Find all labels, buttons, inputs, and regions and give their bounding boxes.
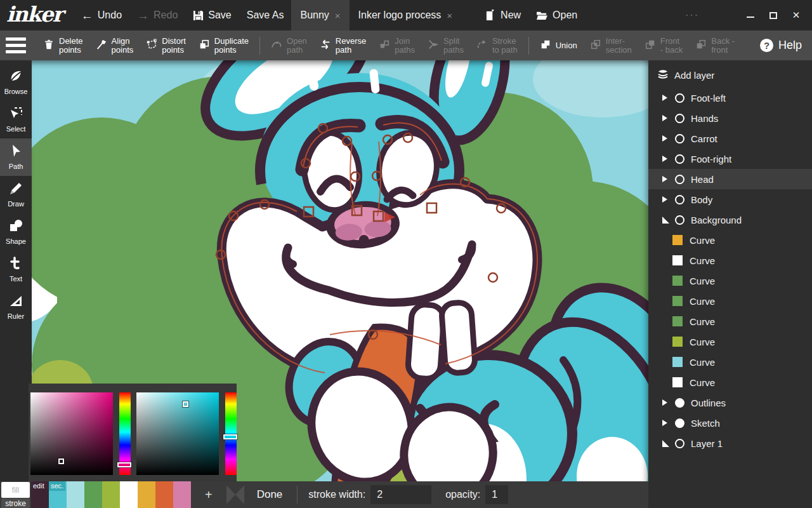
- curve-color-swatch[interactable]: [672, 377, 683, 387]
- fill-hue-slider[interactable]: [119, 392, 131, 475]
- layer-row-foot-left[interactable]: Foot-left: [648, 88, 812, 108]
- fill-stroke-widget[interactable]: fill stroke: [0, 481, 31, 508]
- curve-color-swatch[interactable]: [672, 296, 683, 306]
- curve-row[interactable]: Curve: [648, 311, 812, 331]
- layer-row-foot-right[interactable]: Foot-right: [648, 149, 812, 169]
- close-tab-icon[interactable]: ×: [335, 10, 341, 21]
- tool-path[interactable]: Path: [0, 138, 32, 176]
- sv-cursor[interactable]: [58, 458, 64, 464]
- expander-collapsed-icon[interactable]: [662, 420, 671, 426]
- stroke-chip[interactable]: stroke: [1, 498, 30, 508]
- expander-collapsed-icon[interactable]: [662, 135, 671, 142]
- tool-select[interactable]: Select: [0, 101, 32, 138]
- split-paths-button[interactable]: Splitpaths: [421, 30, 470, 60]
- save-as-button[interactable]: Save As: [239, 0, 292, 30]
- layer-row-carrot[interactable]: Carrot: [648, 128, 812, 149]
- palette-swatch[interactable]: sec.: [49, 481, 67, 508]
- fill-saturation-value-area[interactable]: [30, 392, 113, 475]
- undo-button[interactable]: ← Undo: [74, 0, 129, 30]
- layer-marker-icon[interactable]: [675, 215, 684, 225]
- expander-expanded-icon[interactable]: [662, 217, 671, 224]
- layer-marker-icon[interactable]: [675, 195, 684, 204]
- open-button[interactable]: Open: [528, 0, 585, 30]
- help-button[interactable]: ? Help: [750, 39, 812, 52]
- palette-swatch[interactable]: [120, 481, 138, 508]
- maximize-button[interactable]: [766, 8, 780, 22]
- expander-collapsed-icon[interactable]: [662, 176, 671, 182]
- close-tab-icon[interactable]: ×: [447, 10, 452, 21]
- layer-row-sketch[interactable]: Sketch: [648, 413, 812, 433]
- redo-button[interactable]: → Redo: [129, 0, 185, 30]
- save-button[interactable]: Save: [185, 0, 239, 30]
- layer-row-outlines[interactable]: Outlines: [648, 392, 812, 413]
- new-button[interactable]: New: [478, 0, 528, 30]
- duplicate-points-button[interactable]: Duplicatepoints: [192, 30, 255, 60]
- stroke-saturation-value-area[interactable]: [136, 392, 219, 475]
- curve-color-swatch[interactable]: [672, 276, 683, 286]
- layer-marker-icon[interactable]: [675, 398, 684, 408]
- back-front-button[interactable]: Back -front: [689, 30, 741, 60]
- tool-ruler[interactable]: Ruler: [0, 288, 32, 326]
- layer-row-layer-1[interactable]: Layer 1: [648, 433, 812, 453]
- curve-row[interactable]: Curve: [648, 250, 812, 271]
- curve-color-swatch[interactable]: [672, 316, 683, 326]
- tool-text[interactable]: Text: [0, 251, 32, 288]
- palette-swatch[interactable]: [67, 481, 84, 508]
- curve-row[interactable]: Curve: [648, 271, 812, 291]
- layer-marker-icon[interactable]: [675, 154, 684, 164]
- curve-color-swatch[interactable]: [672, 337, 683, 347]
- tool-draw[interactable]: Draw: [0, 176, 32, 213]
- layer-marker-icon[interactable]: [675, 418, 684, 428]
- intersection-button[interactable]: Inter-section: [584, 30, 638, 60]
- stroke-width-input[interactable]: 2: [370, 485, 431, 504]
- front-back-button[interactable]: Front- back: [638, 30, 689, 60]
- reverse-path-button[interactable]: Reversepath: [313, 30, 372, 60]
- layer-marker-icon[interactable]: [675, 93, 684, 103]
- tool-browse[interactable]: Browse: [0, 64, 32, 101]
- edit-tab[interactable]: edit: [33, 482, 44, 490]
- hue-cursor[interactable]: [117, 462, 131, 467]
- sec-tab[interactable]: sec.: [49, 481, 65, 491]
- minimize-button[interactable]: [743, 8, 757, 22]
- layer-row-body[interactable]: Body: [648, 189, 812, 210]
- hue-cursor[interactable]: [223, 434, 237, 439]
- curve-row[interactable]: Curve: [648, 352, 812, 372]
- layer-marker-icon[interactable]: [675, 175, 684, 184]
- curve-color-swatch[interactable]: [672, 357, 683, 367]
- expander-collapsed-icon[interactable]: [662, 399, 671, 406]
- tool-shape[interactable]: Shape: [0, 213, 32, 251]
- distort-points-button[interactable]: Distortpoints: [140, 30, 192, 60]
- palette-swatch[interactable]: [173, 481, 191, 508]
- layer-row-head[interactable]: Head: [648, 169, 812, 189]
- tab-inker-logo-process[interactable]: Inker logo process ×: [350, 0, 462, 30]
- close-window-button[interactable]: ✕: [789, 8, 803, 22]
- fill-chip[interactable]: fill: [1, 482, 30, 498]
- palette-swatch[interactable]: [138, 481, 155, 508]
- stroke-hue-slider[interactable]: [225, 392, 237, 475]
- stroke-to-path-button[interactable]: Stroketo path: [470, 30, 524, 60]
- open-path-button[interactable]: Openpath: [265, 30, 313, 60]
- expander-collapsed-icon[interactable]: [662, 156, 671, 162]
- align-points-button[interactable]: Alignpoints: [89, 30, 140, 60]
- expander-expanded-icon[interactable]: [662, 440, 671, 447]
- curve-color-swatch[interactable]: [672, 235, 683, 245]
- overflow-menu-icon[interactable]: ···: [685, 10, 699, 21]
- palette-swatch[interactable]: [155, 481, 173, 508]
- add-layer-button[interactable]: Add layer: [648, 60, 812, 88]
- curve-row[interactable]: Curve: [648, 331, 812, 352]
- layer-row-background[interactable]: Background: [648, 210, 812, 230]
- layer-marker-icon[interactable]: [675, 114, 684, 123]
- palette-swatch[interactable]: [84, 481, 102, 508]
- curve-row[interactable]: Curve: [648, 372, 812, 392]
- expander-collapsed-icon[interactable]: [662, 115, 671, 121]
- bowtie-icon[interactable]: [226, 485, 244, 504]
- done-button[interactable]: Done: [253, 488, 287, 502]
- add-swatch-button[interactable]: +: [201, 487, 216, 503]
- layer-marker-icon[interactable]: [675, 439, 684, 448]
- menu-hamburger-button[interactable]: [0, 30, 32, 60]
- expander-collapsed-icon[interactable]: [662, 196, 671, 203]
- delete-points-button[interactable]: Deletepoints: [37, 30, 89, 60]
- palette-swatch[interactable]: [102, 481, 120, 508]
- curve-color-swatch[interactable]: [672, 255, 683, 265]
- expander-collapsed-icon[interactable]: [662, 95, 671, 101]
